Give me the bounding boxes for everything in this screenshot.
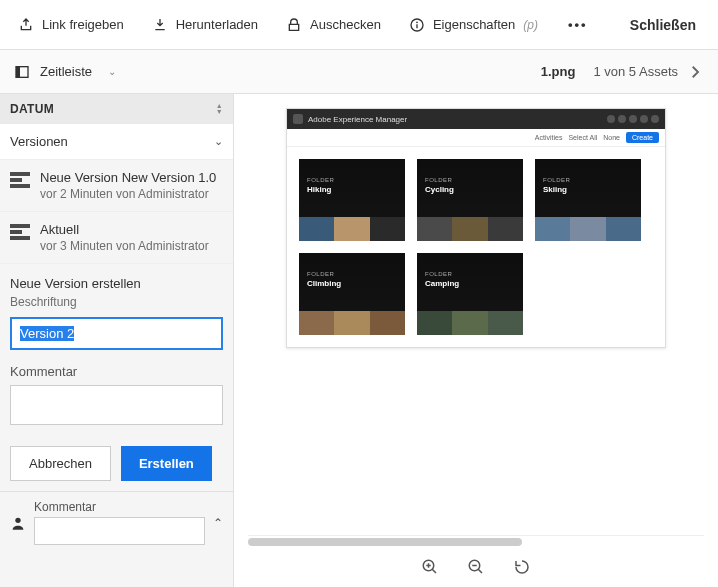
version-sub: vor 3 Minuten von Administrator (40, 239, 209, 253)
asset-preview-image: Adobe Experience Manager Activities Sele… (286, 108, 666, 348)
close-button[interactable]: Schließen (612, 9, 714, 41)
label-field-label: Beschriftung (10, 295, 223, 309)
versionen-row[interactable]: Versionen ⌄ (0, 124, 233, 160)
svg-point-4 (15, 517, 20, 522)
folder-card: FOLDERCamping (417, 253, 523, 335)
version-entry[interactable]: Neue Version New Version 1.0 vor 2 Minut… (0, 160, 233, 212)
properties-shortcut: (p) (523, 18, 538, 32)
comment-field-label: Kommentar (10, 364, 223, 379)
properties-button[interactable]: Eigenschaften (p) (395, 9, 552, 41)
datum-header[interactable]: DATUM ▲▼ (0, 94, 233, 124)
label-input[interactable] (10, 317, 223, 350)
rail-label: Zeitleiste (40, 64, 92, 79)
action-toolbar: Link freigeben Herunterladen Auschecken … (0, 0, 718, 50)
share-link-label: Link freigeben (42, 17, 124, 32)
version-title: Aktuell (40, 222, 209, 237)
main-area: DATUM ▲▼ Versionen ⌄ Neue Version New Ve… (0, 94, 718, 587)
preview-pane: Adobe Experience Manager Activities Sele… (234, 94, 718, 587)
commentbox-label: Kommentar (34, 500, 205, 514)
folder-card: FOLDERHiking (299, 159, 405, 241)
version-icon (10, 172, 30, 201)
secondary-bar: Zeitleiste ⌄ 1.png 1 von 5 Assets (0, 50, 718, 94)
chevron-down-icon: ⌄ (214, 135, 223, 148)
reset-zoom-button[interactable] (513, 558, 531, 576)
share-link-button[interactable]: Link freigeben (4, 9, 138, 41)
preview-app-title: Adobe Experience Manager (308, 115, 407, 124)
version-entry[interactable]: Aktuell vor 3 Minuten von Administrator (0, 212, 233, 264)
properties-label: Eigenschaften (433, 17, 515, 32)
checkout-button[interactable]: Auschecken (272, 9, 395, 41)
version-sub: vor 2 Minuten von Administrator (40, 187, 216, 201)
share-icon (18, 17, 34, 33)
zoom-out-button[interactable] (467, 558, 485, 576)
create-button[interactable]: Erstellen (121, 446, 212, 481)
preview-canvas[interactable]: Adobe Experience Manager Activities Sele… (234, 94, 718, 535)
ellipsis-icon: ••• (568, 17, 588, 32)
folder-card: FOLDERCycling (417, 159, 523, 241)
close-label: Schließen (630, 17, 696, 33)
commentbox-input[interactable] (34, 517, 205, 545)
version-icon (10, 224, 30, 253)
more-actions-button[interactable]: ••• (552, 9, 604, 40)
asset-name: 1.png (541, 64, 576, 79)
datum-label: DATUM (10, 102, 54, 116)
create-version-form: Neue Version erstellen Beschriftung Komm… (0, 264, 233, 491)
form-header: Neue Version erstellen (10, 276, 223, 291)
download-label: Herunterladen (176, 17, 258, 32)
asset-count: 1 von 5 Assets (593, 64, 678, 79)
next-asset-button[interactable] (686, 63, 704, 81)
download-button[interactable]: Herunterladen (138, 9, 272, 41)
folder-card: FOLDERClimbing (299, 253, 405, 335)
timeline-sidebar: DATUM ▲▼ Versionen ⌄ Neue Version New Ve… (0, 94, 234, 587)
expand-icon[interactable]: ⌃ (213, 516, 223, 530)
version-title: Neue Version New Version 1.0 (40, 170, 216, 185)
rail-icon (14, 64, 30, 80)
chevron-down-icon: ⌄ (108, 66, 116, 77)
comment-textarea[interactable] (10, 385, 223, 425)
sort-icon: ▲▼ (216, 103, 223, 115)
download-icon (152, 17, 168, 33)
user-icon (10, 515, 26, 531)
svg-rect-3 (16, 66, 20, 77)
rail-toggle[interactable]: Zeitleiste ⌄ (14, 64, 116, 80)
lock-icon (286, 17, 302, 33)
svg-point-1 (416, 21, 418, 23)
zoom-toolbar (234, 547, 718, 587)
checkout-label: Auschecken (310, 17, 381, 32)
info-icon (409, 17, 425, 33)
versionen-label: Versionen (10, 134, 68, 149)
zoom-in-button[interactable] (421, 558, 439, 576)
horizontal-scrollbar[interactable] (248, 535, 704, 547)
comment-box: Kommentar ⌃ (0, 491, 233, 553)
cancel-button[interactable]: Abbrechen (10, 446, 111, 481)
folder-card: FOLDERSkiing (535, 159, 641, 241)
